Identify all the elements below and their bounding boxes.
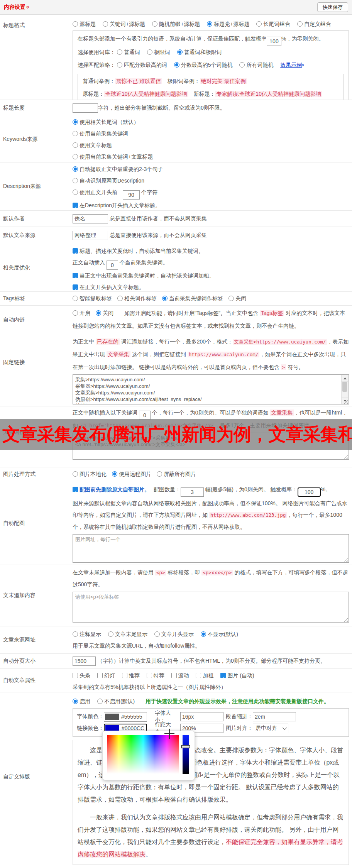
radio-first-n-chars[interactable]: 使用正文开头前 <box>73 189 117 195</box>
radio-icon-selected[interactable] <box>162 296 168 301</box>
radio-current-keyword-tags[interactable]: 当前采集关键词作标签 <box>162 295 223 302</box>
radio-comment-display[interactable]: 注释显示 <box>73 631 101 637</box>
radio-current-keywords[interactable]: 使用当前采集关键词 <box>73 130 128 137</box>
checkbox-slideshow[interactable]: 幻灯 <box>97 672 115 678</box>
radio-innerlink-on[interactable]: 开启 <box>73 310 90 316</box>
radio-icon[interactable] <box>117 62 122 68</box>
radio-clickbait-title[interactable]: 标题党+源标题 <box>207 21 249 27</box>
first-chars-count-input[interactable] <box>123 190 140 200</box>
color-picker-slider-handle[interactable] <box>181 745 190 748</box>
radio-custom-combo[interactable]: 自定义组合 <box>297 21 331 27</box>
radio-icon[interactable] <box>239 62 245 68</box>
checkbox-checked-icon[interactable] <box>73 487 78 492</box>
radio-icon[interactable] <box>73 631 78 637</box>
radio-detect-description[interactable]: 自动识别原网页Description <box>73 178 144 184</box>
checkbox-bold-keywords[interactable]: 当正文中出现当前采集关键词时，自动把该关键词加粗。 <box>73 272 215 279</box>
radio-longtail-default[interactable]: 使用相关长尾词（默认） <box>73 119 139 125</box>
checkbox-checked-icon[interactable] <box>220 673 226 678</box>
radio-icon-selected[interactable] <box>73 699 78 704</box>
checkbox-icon[interactable] <box>97 673 103 678</box>
checkbox-checked-icon[interactable] <box>73 284 78 290</box>
radio-icon[interactable] <box>147 49 152 55</box>
radio-icon[interactable] <box>117 296 123 301</box>
radio-icon[interactable] <box>73 471 78 477</box>
checkbox-icon[interactable] <box>73 673 78 678</box>
checkbox-checked-icon[interactable] <box>73 203 78 208</box>
radio-icon-selected[interactable] <box>201 631 206 637</box>
insert-keyword-count-input[interactable] <box>107 261 118 270</box>
font-color-swatch[interactable] <box>105 714 119 720</box>
checkbox-scroll[interactable]: 滚动 <box>171 672 189 678</box>
checkbox-headline[interactable]: 头条 <box>73 672 90 678</box>
radio-source-title[interactable]: 源标题 <box>73 21 96 27</box>
checkbox-auto-add-keywords[interactable]: 标题、描述相关度低时，自动添加当前采集关键词。 <box>73 248 204 254</box>
font-size-input[interactable] <box>180 712 223 721</box>
radio-top5-random[interactable]: 分数最高的5个词随机 <box>174 62 233 68</box>
checkbox-insert-title-description[interactable]: 在Description开头插入文章标题。 <box>73 202 161 208</box>
checkbox-insert-title-body[interactable]: 在正文开头插入文章标题。 <box>73 284 144 290</box>
radio-icon-selected[interactable] <box>174 62 179 68</box>
checkbox-delete-original-images[interactable]: 配图前先删除原文自带图片。 <box>73 486 150 492</box>
radio-extreme-words[interactable]: 极限词 <box>147 49 170 55</box>
radio-icon[interactable] <box>256 21 262 27</box>
radio-icon[interactable] <box>73 310 78 316</box>
radio-icon[interactable] <box>152 21 157 27</box>
radio-smart-tags[interactable]: 智能提取标签 <box>73 295 112 302</box>
radio-article-end-display[interactable]: 文章末尾显示 <box>108 631 147 637</box>
radio-icon[interactable] <box>73 296 78 301</box>
chevron-down-icon[interactable]: » <box>25 6 30 8</box>
radio-icon-selected[interactable] <box>96 310 101 316</box>
quick-save-button[interactable]: 快速保存 <box>317 2 348 12</box>
checkbox-checked-icon[interactable] <box>73 248 78 254</box>
radio-icon[interactable] <box>228 296 234 301</box>
density-count-input[interactable] <box>139 411 151 420</box>
radio-localize-images[interactable]: 图片本地化 <box>73 471 107 478</box>
demo-link[interactable]: 效果示例» <box>280 62 305 68</box>
radio-tags-off[interactable]: 关闭 <box>228 295 246 302</box>
radio-icon[interactable] <box>154 631 160 637</box>
radio-layout-disable[interactable]: 不启用(默认) <box>97 698 135 704</box>
clickbait-probability-input[interactable] <box>267 37 281 46</box>
checkbox-special[interactable]: 特荐 <box>147 672 164 678</box>
radio-all-random[interactable]: 所有词随机 <box>239 62 273 68</box>
radio-icon-selected[interactable] <box>207 21 212 27</box>
image-url-textarea[interactable]: 图片网址，每行一个 <box>73 534 349 563</box>
checkbox-image-auto[interactable]: 图片 (自动) <box>220 672 254 678</box>
radio-innerlink-off[interactable]: 关闭 <box>96 310 113 316</box>
default-author-input[interactable] <box>73 214 108 223</box>
radio-highest-score[interactable]: 匹配分数最高的词 <box>117 62 167 68</box>
trigger-probability-input[interactable] <box>298 487 321 497</box>
radio-icon[interactable] <box>103 21 108 27</box>
color-picker-gradient[interactable] <box>107 735 179 774</box>
image-count-input[interactable] <box>181 487 204 497</box>
radio-icon[interactable] <box>73 178 78 183</box>
scrollbar[interactable] <box>341 375 348 404</box>
radio-no-display[interactable]: 不显示(默认) <box>201 631 238 637</box>
radio-keyword-source-title[interactable]: 关键词+源标题 <box>103 21 145 27</box>
radio-icon[interactable] <box>73 142 78 148</box>
radio-both-words[interactable]: 普通词和极限词 <box>177 49 222 55</box>
checkbox-icon[interactable] <box>171 673 177 678</box>
radio-longtail-combo[interactable]: 长尾词组合 <box>256 21 290 27</box>
default-source-input[interactable] <box>73 231 108 240</box>
radio-article-title[interactable]: 使用文章标题 <box>73 142 112 148</box>
font-color-input[interactable]: #555555 <box>104 712 147 722</box>
radio-icon[interactable] <box>108 631 113 637</box>
title-length-input[interactable] <box>73 103 98 113</box>
radio-remote-images[interactable]: 使用远程图片 <box>112 471 151 478</box>
radio-random-prefix-title[interactable]: 随机前缀+源标题 <box>152 21 200 27</box>
radio-icon-selected[interactable] <box>177 49 183 55</box>
radio-extract-sentences[interactable]: 自动提取正文中最重要的2-3个句子 <box>73 166 163 172</box>
img-align-select[interactable]: 居中对齐 <box>253 724 288 733</box>
scroll-up-arrow[interactable] <box>342 375 348 382</box>
checkbox-bold[interactable]: 加粗 <box>196 672 213 678</box>
pagination-size-input[interactable] <box>73 656 96 666</box>
checkbox-icon[interactable] <box>122 673 127 678</box>
radio-icon-selected[interactable] <box>73 166 78 172</box>
checkbox-recommend[interactable]: 推荐 <box>122 672 140 678</box>
radio-layout-enable[interactable]: 启用 <box>73 698 90 704</box>
radio-icon[interactable] <box>73 21 78 27</box>
radio-icon-selected[interactable] <box>112 471 117 477</box>
radio-icon[interactable] <box>157 471 162 477</box>
radio-block-images[interactable]: 屏蔽所有图片 <box>157 471 196 478</box>
